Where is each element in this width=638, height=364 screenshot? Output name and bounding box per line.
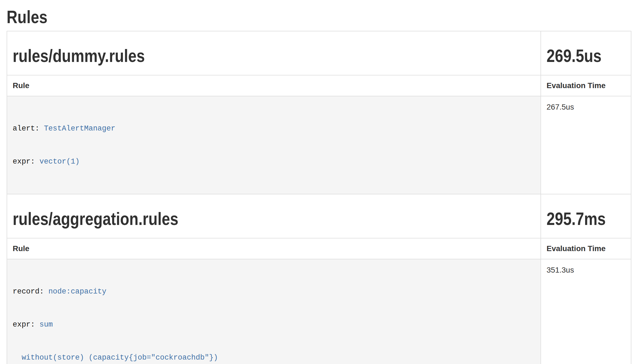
group-header-row: rules/dummy.rules 269.5us bbox=[7, 31, 631, 75]
rule-cell: record: node:capacity expr: sum without(… bbox=[7, 259, 541, 364]
rule-row: record: node:capacity expr: sum without(… bbox=[7, 259, 631, 364]
time-column-header: Evaluation Time bbox=[541, 75, 631, 96]
column-header-row: Rule Evaluation Time bbox=[7, 238, 631, 259]
rule-expr-link[interactable]: without(store) (capacity{job="cockroachd… bbox=[13, 354, 218, 362]
rule-keyword: alert: bbox=[13, 124, 44, 133]
time-column-header: Evaluation Time bbox=[541, 238, 631, 259]
group-eval-time-cell: 269.5us bbox=[541, 31, 631, 75]
eval-time-cell: 351.3us bbox=[541, 259, 631, 364]
rule-row: alert: TestAlertManager expr: vector(1) … bbox=[7, 96, 631, 194]
page-title-text: Rules bbox=[7, 8, 47, 26]
rule-expr-link[interactable]: vector(1) bbox=[39, 157, 80, 166]
rule-cell: alert: TestAlertManager expr: vector(1) bbox=[7, 96, 541, 194]
rule-keyword: expr: bbox=[13, 320, 39, 329]
group-file-name: rules/dummy.rules bbox=[13, 47, 145, 65]
group-eval-time-cell: 295.7ms bbox=[541, 194, 631, 238]
group-file-cell: rules/dummy.rules bbox=[7, 31, 541, 75]
group-header-row: rules/aggregation.rules 295.7ms bbox=[7, 194, 631, 238]
page-title: Rules bbox=[7, 8, 631, 26]
group-file-name: rules/aggregation.rules bbox=[13, 210, 179, 228]
rule-line: expr: sum bbox=[13, 319, 535, 330]
rule-column-header: Rule bbox=[7, 238, 541, 259]
group-eval-time: 269.5us bbox=[547, 47, 602, 65]
rule-line: record: node:capacity bbox=[13, 286, 535, 297]
rules-table: rules/dummy.rules 269.5us Rule Evaluatio… bbox=[7, 31, 631, 364]
rule-line: alert: TestAlertManager bbox=[13, 123, 535, 134]
group-eval-time: 295.7ms bbox=[547, 210, 606, 228]
rule-name-link[interactable]: node:capacity bbox=[48, 287, 107, 296]
rule-keyword: record: bbox=[13, 287, 48, 296]
eval-time-cell: 267.5us bbox=[541, 96, 631, 194]
rule-expr-link[interactable]: sum bbox=[39, 320, 53, 329]
rule-line: expr: vector(1) bbox=[13, 156, 535, 167]
rule-column-header: Rule bbox=[7, 75, 541, 96]
rule-name-link[interactable]: TestAlertManager bbox=[44, 124, 115, 133]
group-file-cell: rules/aggregation.rules bbox=[7, 194, 541, 238]
rule-line: without(store) (capacity{job="cockroachd… bbox=[13, 352, 535, 363]
rules-page: Rules rules/dummy.rules 269.5us Rule Eva… bbox=[0, 0, 638, 364]
column-header-row: Rule Evaluation Time bbox=[7, 75, 631, 96]
rule-keyword: expr: bbox=[13, 157, 39, 166]
